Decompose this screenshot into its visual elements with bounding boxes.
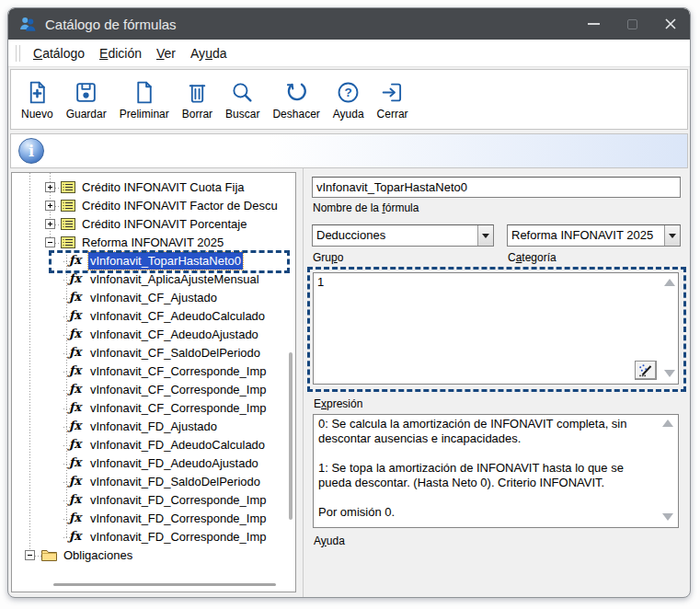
tree-item-label[interactable]: Crédito INFONAVIT Cuota Fija [80, 178, 247, 196]
chevron-down-icon [482, 234, 489, 238]
tree-expander[interactable] [45, 219, 55, 229]
tree-expander[interactable] [25, 550, 35, 560]
tree-item[interactable]: ƒxvInfonavit_CF_Corresponde_Imp [12, 381, 288, 399]
tree-expander[interactable] [45, 237, 55, 247]
fx-icon: ƒx [69, 400, 81, 414]
tree-item-label[interactable]: vInfonavit_FD_AdeudoCalculado [88, 436, 267, 454]
tree-item[interactable]: ƒxvInfonavit_FD_AdeudoAjustado [12, 454, 288, 473]
tree-item-label[interactable]: vInfonavit_FD_AdeudoAjustado [88, 454, 260, 472]
fx-icon: ƒx [69, 290, 81, 304]
title-bar: Catálogo de fórmulas [8, 8, 690, 40]
svg-text:?: ? [345, 86, 352, 99]
maximize-button[interactable] [613, 8, 651, 40]
tree-item-label[interactable]: vInfonavit_FD_Ajustado [88, 418, 219, 435]
search-button[interactable]: Buscar [219, 76, 266, 122]
tree-item-label[interactable]: Crédito INFONAVIT Porcentaje [80, 215, 248, 233]
tree-item-label[interactable]: vInfonavit_CF_Corresponde_Imp [88, 362, 269, 380]
tree-item[interactable]: ƒxvInfonavit_FD_Corresponde_Imp [12, 491, 288, 510]
expresion-label: Expresión [314, 397, 362, 410]
minimize-button[interactable] [574, 8, 613, 40]
toolbar: Nuevo Guardar Preliminar Borrar [10, 69, 688, 130]
expression-wizard-button[interactable] [635, 361, 657, 380]
grupo-dropdown-button[interactable] [477, 225, 493, 246]
tree-item[interactable]: ƒxvInfonavit_CF_AdeudoCalculado [12, 307, 288, 326]
menu-ver[interactable]: Ver [149, 40, 183, 67]
tree-item-label[interactable]: Reforma INFONAVIT 2025 [80, 234, 225, 251]
tree-item[interactable]: ƒxvInfonavit_CF_Ajustado [12, 289, 288, 307]
toolbar-label: Borrar [182, 108, 212, 121]
tree-item-label[interactable]: vInfonavit_FD_Corresponde_Imp [88, 491, 269, 509]
scroll-up-icon[interactable] [662, 419, 673, 427]
delete-button[interactable]: Borrar [176, 76, 219, 122]
tree-item[interactable]: ƒxvInfonavit_FD_Ajustado [12, 418, 288, 436]
toolbar-label: Cerrar [377, 108, 408, 121]
window-title: Catálogo de fórmulas [45, 17, 574, 32]
maximize-icon [627, 19, 637, 29]
tree-item[interactable]: ƒxvInfonavit_FD_Corresponde_Imp [12, 528, 288, 546]
tree-horizontal-scrollbar[interactable] [53, 583, 276, 586]
expression-editor[interactable]: 1 [313, 272, 679, 385]
grupo-select[interactable]: Deducciones [312, 224, 494, 247]
categoria-select[interactable]: Reforma INFONAVIT 2025 [507, 224, 681, 247]
scroll-down-icon[interactable] [664, 370, 675, 377]
tree-item[interactable]: Reforma INFONAVIT 2025 [12, 234, 288, 252]
tree-item[interactable]: ƒxvInfonavit_AplicaAjusteMensual [12, 270, 288, 289]
menu-catalogo[interactable]: Catálogo [26, 40, 92, 67]
tree-item[interactable]: Crédito INFONAVIT Porcentaje [12, 215, 288, 234]
tree-item-label[interactable]: vInfonavit_CF_AdeudoCalculado [88, 307, 267, 325]
tree-item[interactable]: Obligaciones [12, 546, 288, 565]
tree-item-label[interactable]: vInfonavit_AplicaAjusteMensual [88, 270, 261, 288]
scroll-up-icon[interactable] [664, 279, 675, 286]
tree-item[interactable]: ƒxvInfonavit_FD_Corresponde_Imp [12, 510, 288, 528]
tree-item[interactable]: Crédito INFONAVIT Cuota Fija [12, 178, 288, 197]
tree-vertical-scrollbar[interactable] [289, 352, 293, 520]
tree-item[interactable]: ƒxvInfonavit_FD_AdeudoCalculado [12, 436, 288, 454]
tree-expander[interactable] [45, 201, 55, 211]
fx-icon: ƒx [69, 529, 81, 543]
help-icon: ? [336, 80, 361, 105]
fx-icon: ƒx [69, 327, 81, 340]
tree-item-label[interactable]: vInfonavit_CF_Corresponde_Imp [88, 399, 269, 417]
formula-list-icon [61, 181, 75, 193]
toolbar-label: Ayuda [333, 108, 364, 121]
tree-expander[interactable] [45, 182, 55, 192]
menu-edicion[interactable]: Edición [92, 40, 149, 67]
undo-icon [284, 80, 309, 105]
tree-item-label[interactable]: vInfonavit_CF_AdeudoAjustado [88, 326, 260, 343]
panel-divider[interactable] [303, 168, 304, 597]
info-band: i [10, 133, 688, 168]
tree-item-label[interactable]: vInfonavit_CF_Corresponde_Imp [88, 381, 269, 398]
app-window: Catálogo de fórmulas Catálogo Edición Ve… [7, 7, 691, 598]
tree-item-label[interactable]: Obligaciones [62, 546, 134, 564]
tree-item-label[interactable]: vInfonavit_FD_SaldoDelPeriodo [88, 473, 262, 490]
tree-item[interactable]: ƒxvInfonavit_CF_AdeudoAjustado [12, 326, 288, 344]
categoria-dropdown-button[interactable] [664, 225, 680, 246]
tree-item-label[interactable]: vInfonavit_FD_Corresponde_Imp [88, 528, 269, 546]
close-catalog-button[interactable]: Cerrar [371, 76, 415, 122]
tree-item-label[interactable]: vInfonavit_FD_Corresponde_Imp [88, 510, 269, 527]
tree-item-label[interactable]: vInfonavit_CF_Ajustado [88, 289, 219, 306]
tree-item[interactable]: ƒxvInfonavit_FD_SaldoDelPeriodo [12, 473, 288, 491]
scroll-down-icon[interactable] [662, 513, 673, 521]
undo-button[interactable]: Deshacer [266, 76, 326, 122]
save-button[interactable]: Guardar [60, 76, 113, 122]
toolbar-label: Preliminar [120, 108, 169, 121]
tree-item-label[interactable]: vInfonavit_CF_SaldoDelPeriodo [88, 344, 262, 362]
new-button[interactable]: Nuevo [15, 76, 60, 122]
tree-item-label[interactable]: Crédito INFONAVIT Factor de Descu [80, 197, 280, 214]
preview-button[interactable]: Preliminar [113, 76, 176, 122]
formula-name-input[interactable]: vInfonavit_ToparHastaNeto0 [312, 177, 681, 198]
menu-ayuda[interactable]: Ayuda [183, 40, 234, 67]
tree-item-label[interactable]: vInfonavit_ToparHastaNeto0 [88, 252, 243, 270]
close-button[interactable] [651, 8, 690, 40]
help-button[interactable]: ? Ayuda [327, 76, 371, 122]
tree-item[interactable]: ƒxvInfonavit_ToparHastaNeto0 [12, 252, 288, 270]
tree-item[interactable]: ƒxvInfonavit_CF_Corresponde_Imp [12, 362, 288, 381]
tree-item[interactable]: ƒxvInfonavit_CF_SaldoDelPeriodo [12, 344, 288, 362]
help-text-area[interactable]: 0: Se calcula la amortización de INFONAV… [313, 414, 679, 528]
menu-grip[interactable] [16, 45, 20, 62]
tree-item[interactable]: Crédito INFONAVIT Factor de Descu [12, 197, 288, 215]
fx-icon: ƒx [69, 363, 81, 377]
tree-item[interactable]: ƒxvInfonavit_CF_Corresponde_Imp [12, 399, 288, 418]
categoria-label: Categoría [508, 251, 557, 264]
